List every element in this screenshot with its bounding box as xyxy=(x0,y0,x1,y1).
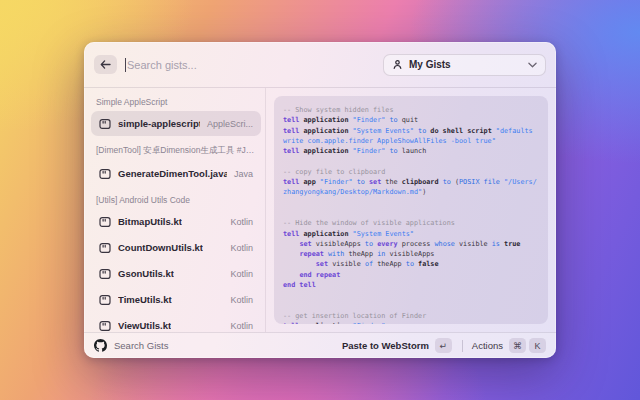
code-line: set visible of theApp to false xyxy=(283,259,543,269)
code-line: write com.apple.finder AppleShowAllFiles… xyxy=(283,136,543,146)
detail-pane: -- Show system hidden filestell applicat… xyxy=(266,88,556,332)
list-item[interactable]: simple-applescript.a...AppleScri... xyxy=(91,111,261,136)
code-line xyxy=(283,156,543,166)
code-line: repeat with theApp in visibleApps xyxy=(283,249,543,259)
list-item[interactable]: GenerateDimenTool.javaJava xyxy=(91,161,261,186)
code-line xyxy=(283,208,543,218)
code-line: -- get insertion location of Finder xyxy=(283,311,543,321)
footer-actions: Paste to WebStorm ↵ Actions ⌘ K xyxy=(342,338,546,353)
gist-icon xyxy=(99,320,111,332)
code-line: end tell xyxy=(283,280,543,290)
gist-language: Kotlin xyxy=(230,295,253,305)
code-line: end repeat xyxy=(283,270,543,280)
k-key-badge[interactable]: K xyxy=(529,338,546,353)
primary-action-label[interactable]: Paste to WebStorm xyxy=(342,340,429,351)
code-line: -- Show system hidden files xyxy=(283,105,543,115)
desktop-background: My Gists Simple AppleScriptsimple-apples… xyxy=(0,0,640,400)
person-icon xyxy=(392,59,403,70)
scope-dropdown[interactable]: My Gists xyxy=(383,54,546,76)
list-item[interactable]: CountDownUtils.ktKotlin xyxy=(91,235,261,260)
gist-filename: TimeUtils.kt xyxy=(118,294,172,305)
section-header: Simple AppleScript xyxy=(96,97,257,107)
app-label: Search Gists xyxy=(114,340,168,351)
back-button[interactable] xyxy=(94,55,117,74)
footer-bar: Search Gists Paste to WebStorm ↵ Actions… xyxy=(84,332,556,358)
code-line: tell application "System Events" xyxy=(283,229,543,239)
gist-list: Simple AppleScriptsimple-applescript.a..… xyxy=(84,88,266,332)
code-line: tell application "Finder" to quit xyxy=(283,115,543,125)
code-line xyxy=(283,301,543,311)
gist-filename: ViewUtils.kt xyxy=(118,320,171,331)
gist-icon xyxy=(99,216,111,228)
gists-launcher-window: My Gists Simple AppleScriptsimple-apples… xyxy=(84,42,556,358)
cmd-key-badge[interactable]: ⌘ xyxy=(509,338,526,353)
gist-icon xyxy=(99,242,111,254)
code-line xyxy=(283,290,543,300)
gist-language: Kotlin xyxy=(230,269,253,279)
gist-filename: simple-applescript.a... xyxy=(118,118,200,129)
code-line: -- Hide the window of visible applicatio… xyxy=(283,218,543,228)
list-item[interactable]: TimeUtils.ktKotlin xyxy=(91,287,261,312)
code-block: -- Show system hidden filestell applicat… xyxy=(283,105,543,324)
gist-icon xyxy=(99,268,111,280)
code-preview-panel[interactable]: -- Show system hidden filestell applicat… xyxy=(274,96,548,324)
gist-icon xyxy=(99,294,111,306)
code-line: -- copy file to clipboard xyxy=(283,167,543,177)
chevron-down-icon xyxy=(528,62,537,68)
scope-label: My Gists xyxy=(409,59,451,70)
gist-language: AppleScri... xyxy=(207,119,253,129)
code-line: zhangyongkang/Desktop/Markdown.md") xyxy=(283,187,543,197)
enter-key-badge[interactable]: ↵ xyxy=(435,338,452,353)
back-arrow-icon xyxy=(100,60,111,69)
code-line: tell application "Finder" xyxy=(283,321,543,324)
list-item[interactable]: GsonUtils.ktKotlin xyxy=(91,261,261,286)
gist-filename: GsonUtils.kt xyxy=(118,268,174,279)
gist-filename: GenerateDimenTool.java xyxy=(118,168,227,179)
gist-icon xyxy=(99,168,111,180)
section-header: [Utils] Android Utils Code xyxy=(96,195,257,205)
main-content: Simple AppleScriptsimple-applescript.a..… xyxy=(84,88,556,332)
actions-label[interactable]: Actions xyxy=(472,340,503,351)
github-icon xyxy=(94,339,107,352)
section-header: [DimenTool] 安卓Dimension生成工具 #Java xyxy=(96,145,257,157)
search-input[interactable] xyxy=(127,59,383,71)
code-line: tell application "System Events" to do s… xyxy=(283,126,543,136)
gist-language: Kotlin xyxy=(230,243,253,253)
gist-icon xyxy=(99,118,111,130)
code-line xyxy=(283,198,543,208)
search-header: My Gists xyxy=(84,42,556,88)
list-item[interactable]: ViewUtils.ktKotlin xyxy=(91,313,261,332)
gist-filename: CountDownUtils.kt xyxy=(118,242,203,253)
code-line: tell application "Finder" to launch xyxy=(283,146,543,156)
text-caret xyxy=(125,58,126,72)
footer-divider xyxy=(462,340,463,352)
list-item[interactable]: BitmapUtils.ktKotlin xyxy=(91,209,261,234)
gist-language: Java xyxy=(234,169,253,179)
code-line: tell app "Finder" to set the clipboard t… xyxy=(283,177,543,187)
code-line: set visibleApps to every process whose v… xyxy=(283,239,543,249)
gist-language: Kotlin xyxy=(230,321,253,331)
gist-language: Kotlin xyxy=(230,217,253,227)
gist-filename: BitmapUtils.kt xyxy=(118,216,182,227)
